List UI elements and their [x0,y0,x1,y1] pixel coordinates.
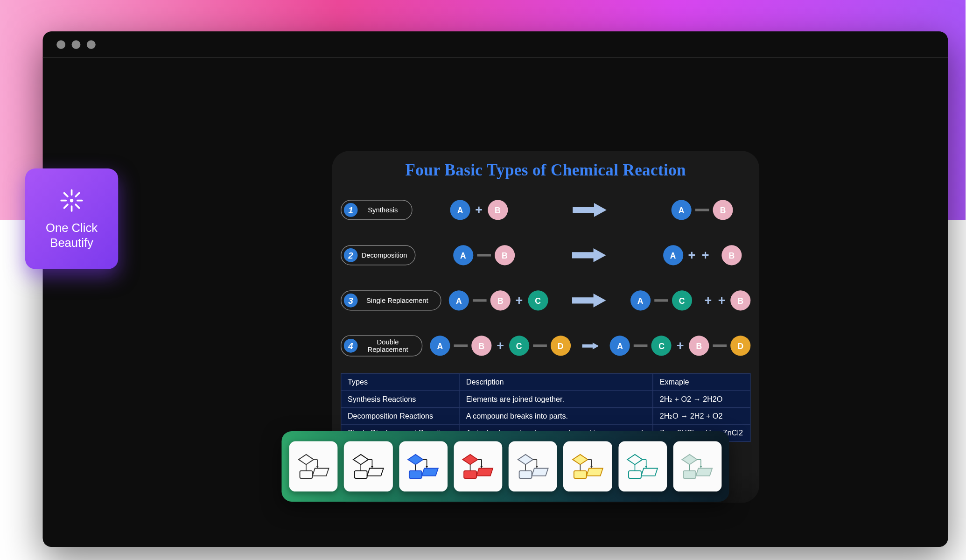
bond [477,254,491,256]
reaction-row-synthesis: 1 Synthesis A + B A B [341,187,750,232]
theme-tile-sky[interactable] [509,441,557,492]
table-header-example: Exmaple [653,374,750,391]
atom-b: B [488,200,508,220]
svg-marker-9 [298,455,313,465]
reaction-label-4: 4 Double Replacement [341,335,422,357]
svg-point-0 [70,199,73,202]
svg-rect-60 [684,471,696,478]
bond [634,344,648,347]
svg-rect-39 [519,471,532,478]
plus-sign: + [717,293,727,308]
theme-tile-red[interactable] [454,441,502,492]
reaction-row-single-replacement: 3 Single Replacement A B + C A C + + B [341,278,750,323]
reaction-name-4: Double Replacement [362,338,414,354]
reaction-arrow-icon [573,202,607,218]
window-close-button[interactable] [56,40,65,49]
plus-sign: + [495,338,505,353]
svg-marker-37 [518,455,532,465]
svg-marker-50 [587,469,603,476]
theme-tile-blue[interactable] [399,441,448,492]
atom-a: A [630,290,651,310]
reaction-name-3: Single Replacement [362,297,434,304]
bond [654,299,668,301]
atom-c: C [672,290,692,310]
plus-sign: + [700,248,710,262]
atom-a: A [663,245,683,265]
theme-tile-outline-bold[interactable] [344,441,392,492]
atom-a: A [449,290,469,310]
atom-c: C [509,336,529,356]
svg-rect-11 [300,471,312,478]
svg-marker-64 [696,469,713,476]
atom-b: B [490,290,511,310]
table-row: Synthesis Reactions Elements are joined … [341,391,750,407]
svg-marker-44 [573,455,588,465]
bond [713,344,727,347]
svg-marker-22 [367,469,383,476]
atom-a: A [672,200,692,220]
svg-rect-53 [629,471,641,478]
svg-line-7 [76,193,79,196]
reaction-arrow-icon [572,292,606,308]
atom-a: A [430,336,450,356]
reaction-arrow-icon [572,247,606,263]
reaction-number-1: 1 [344,203,358,217]
svg-rect-18 [355,471,367,478]
svg-marker-43 [532,469,548,476]
window-zoom-button[interactable] [87,40,96,49]
atom-b: B [721,245,742,265]
reaction-row-double-replacement: 4 Double Replacement A B + C D A C + B D [341,323,750,368]
atom-c: C [651,336,672,356]
theme-tile-yellow[interactable] [563,441,612,492]
svg-line-8 [64,205,68,208]
atom-b: B [713,200,733,220]
theme-tile-teal-outline[interactable] [618,441,667,492]
bond [533,344,547,347]
atom-b: B [471,336,491,356]
atom-a: A [610,336,630,356]
svg-rect-32 [464,471,477,478]
atom-b: B [495,245,515,265]
atom-c: C [528,290,548,310]
one-click-beautify-card[interactable]: One Click Beautify [25,168,118,269]
theme-tile-mint[interactable] [673,441,721,492]
bond [454,344,468,347]
atom-b: B [730,290,750,310]
sparkle-icon [58,187,85,214]
atom-b: B [689,336,709,356]
svg-marker-36 [477,469,493,476]
svg-marker-23 [408,455,423,465]
svg-marker-57 [641,469,658,476]
atom-a: A [453,245,473,265]
svg-marker-58 [682,455,697,465]
reaction-number-4: 4 [344,339,358,353]
theme-tile-outline-white[interactable] [289,441,338,492]
diagram-title: Four Basic Types of Chemical Reaction [341,161,750,180]
atom-a: A [450,200,470,220]
atom-d: D [551,336,571,356]
plus-sign: + [514,293,524,308]
atom-d: D [730,336,750,356]
one-click-beautify-label: One Click Beautify [30,221,113,251]
window-minimize-button[interactable] [72,40,81,49]
plus-sign: + [474,203,484,217]
svg-rect-25 [409,471,422,478]
plus-sign: + [675,338,685,353]
svg-line-5 [64,193,68,196]
svg-rect-46 [574,471,587,478]
reaction-row-decomposition: 2 Decomposition A B A + + B [341,232,750,278]
svg-marker-51 [627,455,642,465]
svg-marker-16 [353,455,368,465]
svg-marker-30 [463,455,478,465]
svg-line-6 [76,205,79,208]
reaction-name-2: Decomposition [362,252,407,259]
svg-marker-29 [422,469,438,476]
reaction-label-2: 2 Decomposition [341,245,415,265]
reaction-label-3: 3 Single Replacement [341,290,441,310]
reaction-label-1: 1 Synthesis [341,200,413,220]
reaction-name-1: Synthesis [362,206,405,214]
window-titlebar [43,31,948,58]
svg-marker-15 [312,469,329,476]
plus-sign: + [687,248,697,262]
table-header-types: Types [341,374,460,391]
